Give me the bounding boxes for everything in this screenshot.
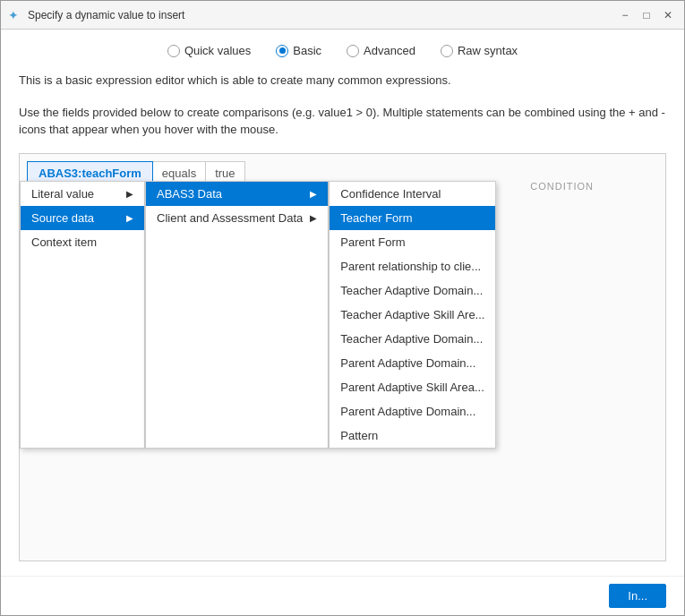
menu-item-pattern-label: Pattern bbox=[340, 429, 378, 442]
menu-item-literal-label: Literal value bbox=[31, 187, 94, 201]
menu-item-parent-adaptive-skill-area-label: Parent Adaptive Skill Area... bbox=[340, 381, 484, 394]
arrow-icon-abas3: ▶ bbox=[310, 189, 317, 199]
radio-raw-circle bbox=[441, 45, 453, 57]
menu-item-abas3-label: ABAS3 Data bbox=[157, 187, 222, 201]
menu-item-client-label: Client and Assessment Data bbox=[157, 211, 303, 225]
menu-item-context-label: Context item bbox=[31, 235, 97, 249]
menu-item-source[interactable]: Source data ▶ bbox=[21, 206, 144, 230]
radio-basic[interactable]: Basic bbox=[276, 44, 321, 57]
window-controls: − □ ✕ bbox=[616, 6, 677, 24]
radio-group: Quick values Basic Advanced Raw syntax bbox=[19, 44, 666, 57]
dropdown-menu-level2: ABAS3 Data ▶ Client and Assessment Data … bbox=[145, 181, 329, 449]
menu-item-client[interactable]: Client and Assessment Data ▶ bbox=[146, 206, 328, 230]
menu-item-parent-rel[interactable]: Parent relationship to clie... bbox=[330, 254, 495, 278]
menu-item-teacher-adaptive-domain-label: Teacher Adaptive Domain... bbox=[340, 284, 483, 297]
menu-item-teacher-form[interactable]: Teacher Form bbox=[330, 206, 495, 230]
close-button[interactable]: ✕ bbox=[659, 6, 677, 24]
menu-item-parent-rel-label: Parent relationship to clie... bbox=[340, 260, 481, 273]
radio-advanced-circle bbox=[347, 45, 359, 57]
radio-basic-circle bbox=[276, 45, 288, 57]
menu-item-teacher-adaptive-skill-area[interactable]: Teacher Adaptive Skill Are... bbox=[330, 303, 495, 327]
radio-advanced[interactable]: Advanced bbox=[347, 44, 415, 57]
menu-item-abas3[interactable]: ABAS3 Data ▶ bbox=[146, 182, 328, 206]
menu-item-parent-form[interactable]: Parent Form bbox=[330, 230, 495, 254]
radio-quick-values[interactable]: Quick values bbox=[167, 44, 251, 57]
maximize-button[interactable]: □ bbox=[638, 6, 655, 24]
app-icon: ✦ bbox=[8, 8, 22, 22]
main-window: ✦ Specify a dynamic value to insert − □ … bbox=[0, 0, 685, 616]
condition-label: CONDITION bbox=[530, 181, 594, 192]
insert-button[interactable]: In... bbox=[609, 584, 666, 608]
menu-item-parent-adaptive-skill-area[interactable]: Parent Adaptive Skill Area... bbox=[330, 375, 495, 399]
description-line2: Use the fields provided below to create … bbox=[19, 104, 666, 139]
title-bar: ✦ Specify a dynamic value to insert − □ … bbox=[1, 1, 684, 30]
arrow-icon-client: ▶ bbox=[310, 213, 317, 223]
menu-item-confidence[interactable]: Confidence Interval bbox=[330, 182, 495, 206]
menu-item-teacher-adaptive-domain[interactable]: Teacher Adaptive Domain... bbox=[330, 278, 495, 303]
arrow-icon-literal: ▶ bbox=[126, 189, 133, 199]
footer-row: In... bbox=[1, 576, 684, 615]
window-title: Specify a dynamic value to insert bbox=[28, 9, 616, 21]
radio-raw[interactable]: Raw syntax bbox=[441, 44, 518, 57]
menu-item-teacher-adaptive-domain2[interactable]: Teacher Adaptive Domain... bbox=[330, 327, 495, 351]
arrow-icon-source: ▶ bbox=[126, 213, 133, 223]
description-line1: This is a basic expression editor which … bbox=[19, 72, 666, 90]
menu-item-parent-form-label: Parent Form bbox=[340, 235, 405, 249]
menu-item-literal[interactable]: Literal value ▶ bbox=[21, 182, 144, 206]
radio-basic-label: Basic bbox=[293, 44, 321, 57]
menu-item-teacher-form-label: Teacher Form bbox=[340, 211, 412, 225]
dropdown-menu-level3: Confidence Interval Teacher Form Parent … bbox=[329, 181, 496, 449]
minimize-button[interactable]: − bbox=[616, 6, 634, 24]
radio-raw-label: Raw syntax bbox=[458, 44, 518, 57]
dropdown-container: Literal value ▶ Source data ▶ Context it… bbox=[20, 181, 496, 449]
menu-item-parent-adaptive-domain2[interactable]: Parent Adaptive Domain... bbox=[330, 399, 495, 424]
radio-quick-circle bbox=[167, 45, 180, 57]
editor-area: ABAS3:teachForm equals true CONDITION Li… bbox=[19, 153, 666, 562]
menu-item-parent-adaptive-domain-label: Parent Adaptive Domain... bbox=[340, 356, 475, 370]
main-content: Quick values Basic Advanced Raw syntax T… bbox=[1, 30, 684, 576]
radio-quick-label: Quick values bbox=[184, 44, 251, 57]
radio-advanced-label: Advanced bbox=[364, 44, 415, 57]
menu-item-parent-adaptive-domain[interactable]: Parent Adaptive Domain... bbox=[330, 351, 495, 375]
menu-item-pattern[interactable]: Pattern bbox=[330, 424, 495, 448]
menu-item-context[interactable]: Context item bbox=[21, 230, 144, 254]
menu-item-confidence-label: Confidence Interval bbox=[340, 187, 441, 201]
dropdown-menu-level1: Literal value ▶ Source data ▶ Context it… bbox=[20, 181, 145, 449]
menu-item-parent-adaptive-domain2-label: Parent Adaptive Domain... bbox=[340, 405, 475, 418]
menu-item-source-label: Source data bbox=[31, 211, 94, 225]
menu-item-teacher-adaptive-domain2-label: Teacher Adaptive Domain... bbox=[340, 332, 483, 346]
menu-item-teacher-adaptive-skill-area-label: Teacher Adaptive Skill Are... bbox=[340, 308, 484, 321]
